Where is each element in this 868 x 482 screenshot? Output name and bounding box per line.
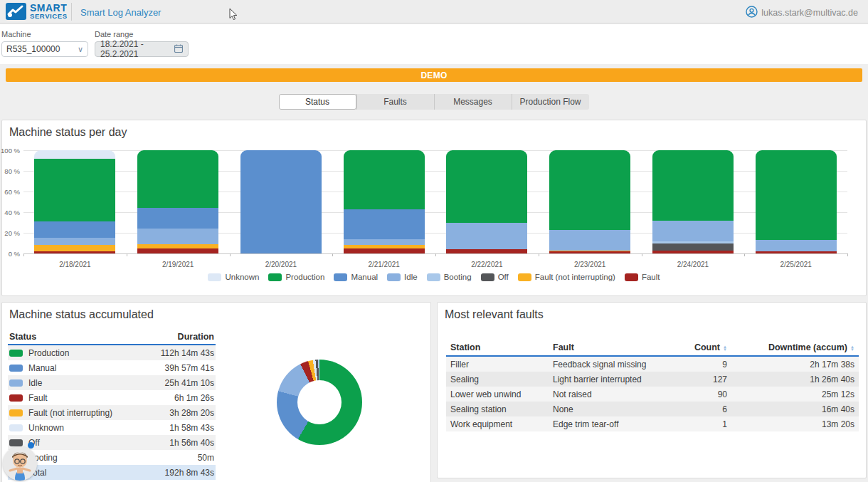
status-swatch bbox=[9, 350, 23, 357]
table-row[interactable]: SealingLight barrier interrupted1271h 26… bbox=[446, 372, 859, 387]
bar-segment-idle bbox=[344, 239, 425, 246]
faults-table-body: FillerFeedback signal missing92h 17m 38s… bbox=[446, 357, 859, 431]
bar-segment-idle bbox=[137, 229, 218, 244]
calendar-icon bbox=[174, 44, 183, 55]
date-range-label: Date range bbox=[95, 30, 189, 38]
bar-segment-production bbox=[756, 150, 837, 240]
stacked-bar-chart[interactable]: 2/18/20212/19/20212/20/20212/21/20212/22… bbox=[23, 150, 847, 268]
legend-item: Fault bbox=[625, 273, 660, 281]
status-swatch bbox=[9, 409, 23, 416]
assistant-avatar[interactable] bbox=[3, 446, 37, 481]
x-axis-tick-label: 2/19/2021 bbox=[127, 261, 230, 268]
legend-swatch bbox=[625, 273, 638, 281]
smart-services-logo[interactable]: SMART SERVICES bbox=[6, 3, 68, 20]
bar-segment-fault bbox=[549, 251, 630, 253]
bar-segment-fault bbox=[446, 249, 527, 253]
bar-segment-fault bbox=[756, 251, 837, 253]
tab-messages[interactable]: Messages bbox=[434, 94, 512, 110]
bar-segment-fault bbox=[652, 251, 734, 253]
faults-table: Station Fault Count▲▼ Downtime (accum)▲▼… bbox=[446, 340, 859, 431]
bar-segment-manual bbox=[344, 209, 425, 239]
bar-segment-off bbox=[652, 243, 734, 251]
table-row[interactable]: Production112h 14m 43s bbox=[8, 345, 216, 360]
bar-segment-production bbox=[34, 159, 115, 221]
x-axis-tick-label: 2/18/2021 bbox=[23, 261, 127, 268]
bar-segment-manual bbox=[137, 208, 218, 229]
count-column-header[interactable]: Count▲▼ bbox=[660, 342, 727, 352]
table-row[interactable]: Booting50m bbox=[8, 450, 216, 465]
user-icon bbox=[746, 6, 758, 20]
table-row[interactable]: Lower web unwindNot raised9025m 12s bbox=[446, 387, 859, 402]
y-axis-tick-label: 100 % bbox=[1, 147, 20, 154]
legend-item: Fault (not interrupting) bbox=[518, 273, 615, 281]
logo-line2: SERVICES bbox=[30, 13, 68, 20]
bar-column[interactable]: 2/18/2021 bbox=[23, 150, 127, 268]
legend-item: Booting bbox=[427, 273, 472, 281]
mouse-cursor bbox=[229, 9, 238, 24]
app-title: Smart Log Analyzer bbox=[80, 7, 161, 18]
table-row[interactable]: Idle25h 41m 10s bbox=[8, 375, 216, 390]
table-row[interactable]: Manual39h 57m 41s bbox=[8, 360, 216, 375]
bar-column[interactable]: 2/19/2021 bbox=[127, 150, 230, 268]
bar-column[interactable]: 2/22/2021 bbox=[435, 150, 539, 268]
bar-column[interactable]: 2/21/2021 bbox=[332, 150, 435, 268]
tab-production-flow[interactable]: Production Flow bbox=[512, 94, 589, 110]
bar-segment-idle bbox=[756, 240, 837, 251]
legend-swatch bbox=[208, 273, 221, 281]
status-swatch bbox=[9, 394, 23, 402]
table-row[interactable]: Unknown1h 58m 43s bbox=[8, 420, 216, 435]
legend-swatch bbox=[427, 273, 440, 281]
x-axis-tick-label: 2/25/2021 bbox=[744, 261, 847, 268]
chart-legend: UnknownProductionManualIdleBootingOffFau… bbox=[2, 273, 866, 281]
bar-segment-production bbox=[344, 150, 425, 209]
date-range-value: 18.2.2021 - 25.2.2021 bbox=[100, 39, 170, 59]
table-row[interactable]: Work equipmentEdge trim tear-off113m 20s bbox=[446, 416, 859, 431]
chart-panel-title: Machine status per day bbox=[9, 126, 127, 139]
bar-segment-idle bbox=[34, 238, 115, 245]
bar-segment-fault bbox=[34, 251, 115, 253]
bar-column[interactable]: 2/25/2021 bbox=[744, 150, 847, 268]
tab-status[interactable]: Status bbox=[279, 94, 356, 110]
bar-column[interactable]: 2/24/2021 bbox=[642, 150, 745, 268]
bar-segment-manual bbox=[240, 150, 322, 253]
machine-select[interactable]: R535_100000 ∨ bbox=[1, 41, 88, 57]
bar-segment-idle bbox=[446, 223, 527, 250]
bar-column[interactable]: 2/23/2021 bbox=[539, 150, 642, 268]
assistant-notification-dot bbox=[28, 442, 34, 449]
machine-select-value: R535_100000 bbox=[6, 44, 60, 54]
machine-status-per-day-panel: Machine status per day 100 %80 %60 %40 %… bbox=[1, 120, 867, 296]
bar-segment-production bbox=[549, 150, 630, 230]
bar-column[interactable]: 2/20/2021 bbox=[230, 150, 333, 268]
donut-hole bbox=[297, 380, 342, 424]
smart-log-analyzer-app: SMART SERVICES Smart Log Analyzer lukas.… bbox=[0, 0, 868, 482]
faults-panel-title: Most relevant faults bbox=[445, 308, 544, 321]
status-donut-chart[interactable] bbox=[277, 360, 362, 445]
y-axis-tick-label: 0 % bbox=[1, 250, 20, 258]
legend-item: Manual bbox=[334, 273, 378, 281]
status-swatch bbox=[9, 424, 23, 431]
accumulated-table-header: Status Duration bbox=[8, 330, 216, 345]
bar-segment-unknown bbox=[34, 150, 115, 159]
x-axis-tick-label: 2/24/2021 bbox=[642, 261, 745, 268]
table-row[interactable]: Sealing stationNone616m 40s bbox=[446, 402, 859, 416]
y-axis-tick-label: 60 % bbox=[1, 188, 20, 196]
table-row[interactable]: Fault6h 1m 26s bbox=[8, 390, 216, 405]
bar-segment-fault bbox=[137, 248, 218, 253]
legend-swatch bbox=[518, 273, 531, 281]
machine-label: Machine bbox=[1, 30, 88, 38]
logo-line1: SMART bbox=[30, 3, 68, 13]
view-tabs: Status Faults Messages Production Flow bbox=[0, 94, 868, 110]
tab-faults[interactable]: Faults bbox=[356, 94, 434, 110]
most-relevant-faults-panel: Most relevant faults Station Fault Count… bbox=[437, 302, 867, 478]
user-account[interactable]: lukas.stark@multivac.de bbox=[746, 6, 858, 20]
legend-item: Idle bbox=[387, 273, 418, 281]
table-row[interactable]: Fault (not interrupting)3h 28m 20s bbox=[8, 405, 216, 420]
faults-table-header: Station Fault Count▲▼ Downtime (accum)▲▼ bbox=[446, 340, 859, 357]
user-email: lukas.stark@multivac.de bbox=[761, 8, 858, 18]
table-row[interactable]: Off1h 56m 40s bbox=[8, 435, 216, 450]
legend-swatch bbox=[387, 273, 401, 281]
table-row[interactable]: FillerFeedback signal missing92h 17m 38s bbox=[446, 357, 859, 372]
y-axis-tick-label: 40 % bbox=[1, 209, 20, 216]
downtime-column-header[interactable]: Downtime (accum)▲▼ bbox=[727, 342, 859, 352]
date-range-input[interactable]: 18.2.2021 - 25.2.2021 bbox=[95, 41, 189, 57]
